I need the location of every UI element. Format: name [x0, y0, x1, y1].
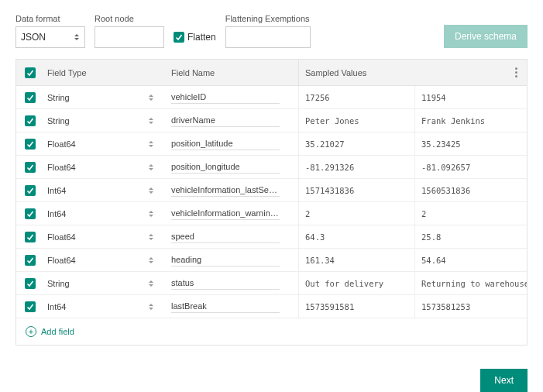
field-type-select[interactable]: Int64	[44, 185, 168, 196]
field-type-select[interactable]: String	[44, 92, 168, 103]
field-name-cell	[168, 91, 298, 104]
sample-value-2: 1573581253	[414, 295, 527, 318]
sample-value-2: 1560531836	[414, 179, 527, 201]
updown-icon	[74, 31, 80, 43]
data-format-select[interactable]: JSON	[15, 26, 85, 48]
field-name-input[interactable]	[171, 300, 280, 313]
field-name-cell	[168, 300, 298, 313]
field-type-value: Float64	[47, 256, 148, 265]
sample-value-1: 2	[298, 202, 414, 225]
field-name-cell	[168, 230, 298, 243]
data-format-group: Data format JSON	[15, 14, 85, 48]
data-format-value: JSON	[21, 32, 74, 43]
check-icon	[26, 210, 34, 218]
updown-icon	[148, 255, 154, 266]
field-name-cell	[168, 277, 298, 290]
header-sampled-label: Sampled Values	[305, 68, 366, 77]
table-body: String1725611954StringPeter JonesFrank J…	[16, 86, 527, 318]
field-type-select[interactable]: Float64	[44, 232, 168, 242]
sample-value-2: -81.092657	[414, 156, 527, 178]
field-type-select[interactable]: Float64	[44, 139, 168, 150]
row-checkbox[interactable]	[25, 255, 36, 266]
row-checkbox[interactable]	[25, 185, 36, 196]
field-type-select[interactable]: String	[44, 278, 168, 289]
field-type-select[interactable]: Int64	[44, 301, 168, 312]
exemptions-input[interactable]	[231, 32, 305, 43]
table-row: Int6415714318361560531836	[16, 179, 527, 202]
check-icon	[26, 94, 34, 101]
add-field-label: Add field	[41, 327, 74, 336]
header-field-type-cell: Field Type	[44, 68, 168, 77]
header-field-name-label: Field Name	[171, 68, 215, 77]
row-check-cell	[16, 115, 44, 126]
row-check-cell	[16, 232, 44, 242]
sample-value-2: 54.64	[414, 249, 527, 271]
sample-value-1: Peter Jones	[298, 109, 414, 132]
field-type-select[interactable]: Float64	[44, 255, 168, 266]
select-all-checkbox[interactable]	[25, 67, 36, 78]
field-name-input[interactable]	[171, 184, 280, 197]
sample-value-1: 1571431836	[298, 179, 414, 201]
check-icon	[26, 187, 34, 194]
row-check-cell	[16, 139, 44, 150]
table-row: Int6422	[16, 202, 527, 225]
footer: Next	[15, 369, 528, 392]
exemptions-label: Flattening Exemptions	[225, 14, 311, 23]
exemptions-group: Flattening Exemptions	[225, 14, 311, 48]
sample-value-2: Returning to warehouse	[414, 272, 527, 294]
kebab-icon[interactable]	[515, 67, 517, 77]
add-field-button[interactable]: + Add field	[16, 318, 527, 345]
row-check-cell	[16, 278, 44, 289]
field-name-cell	[168, 184, 298, 197]
field-name-input[interactable]	[171, 277, 280, 290]
row-checkbox[interactable]	[25, 139, 36, 150]
table-row: String1725611954	[16, 86, 527, 109]
flatten-label: Flatten	[187, 32, 216, 43]
sample-value-1: 35.21027	[298, 132, 414, 155]
check-icon	[26, 69, 34, 77]
flatten-checkbox[interactable]	[174, 32, 184, 43]
row-checkbox[interactable]	[25, 278, 36, 289]
field-type-value: Float64	[47, 163, 148, 172]
data-format-label: Data format	[15, 14, 85, 23]
row-checkbox[interactable]	[25, 92, 36, 103]
root-node-input-wrap	[95, 26, 164, 48]
row-checkbox[interactable]	[25, 208, 36, 219]
next-button[interactable]: Next	[480, 369, 528, 392]
field-name-input[interactable]	[171, 114, 280, 127]
field-name-input[interactable]	[171, 230, 280, 243]
field-name-cell	[168, 207, 298, 220]
updown-icon	[148, 185, 154, 196]
field-name-input[interactable]	[171, 160, 280, 174]
field-name-cell	[168, 114, 298, 127]
derive-schema-button[interactable]: Derive schema	[444, 25, 528, 48]
check-icon	[26, 303, 34, 311]
field-name-input[interactable]	[171, 137, 280, 150]
field-type-select[interactable]: Float64	[44, 162, 168, 173]
field-type-select[interactable]: Int64	[44, 208, 168, 219]
field-name-cell	[168, 253, 298, 266]
table-row: Float64161.3454.64	[16, 249, 527, 272]
table-row: StringPeter JonesFrank Jenkins	[16, 109, 527, 132]
row-checkbox[interactable]	[25, 232, 36, 242]
row-checkbox[interactable]	[25, 162, 36, 173]
field-type-value: String	[47, 93, 148, 102]
sample-value-1: 64.3	[298, 225, 414, 248]
row-checkbox[interactable]	[25, 115, 36, 126]
field-type-value: String	[47, 116, 148, 126]
sample-value-2: Frank Jenkins	[414, 109, 527, 132]
row-checkbox[interactable]	[25, 301, 36, 312]
sample-value-2: 11954	[414, 86, 527, 108]
field-type-select[interactable]: String	[44, 115, 168, 126]
field-name-input[interactable]	[171, 207, 280, 220]
field-name-input[interactable]	[171, 253, 280, 266]
header-check-cell	[16, 67, 44, 78]
root-node-input[interactable]	[100, 32, 159, 43]
header-field-name-cell: Field Name	[168, 68, 298, 77]
field-name-input[interactable]	[171, 91, 280, 104]
updown-icon	[148, 162, 154, 173]
plus-circle-icon: +	[26, 326, 36, 337]
sample-value-1: 1573591581	[298, 295, 414, 318]
table-row: Int6415735915811573581253	[16, 295, 527, 318]
check-icon	[175, 33, 183, 41]
